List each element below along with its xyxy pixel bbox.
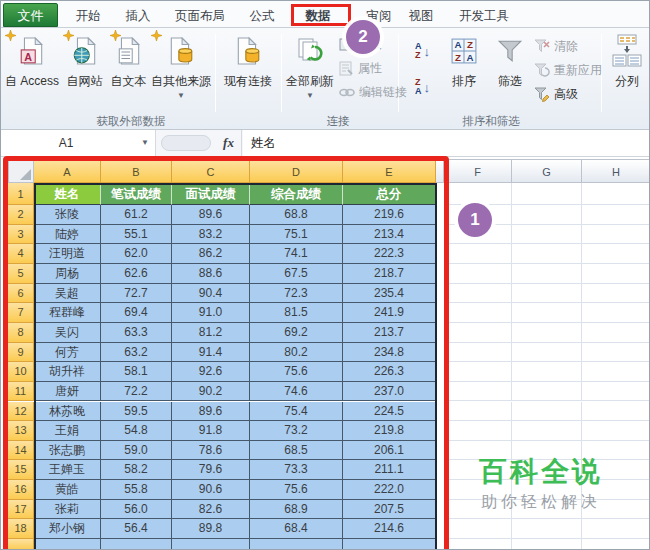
row-header-1[interactable]: 1	[8, 183, 34, 205]
cell[interactable]	[512, 362, 582, 382]
cell[interactable]: 207.5	[343, 500, 436, 520]
from-other-sources-button[interactable]: 自其他来源 ▼	[149, 32, 213, 100]
cell[interactable]: 90.4	[172, 284, 250, 304]
cell[interactable]	[444, 323, 512, 343]
from-web-button[interactable]: 自网站	[61, 32, 108, 90]
reapply-filter-button[interactable]: 重新应用	[534, 62, 602, 79]
column-header-G[interactable]: G	[512, 159, 582, 183]
cell[interactable]: 211.1	[343, 460, 436, 480]
cell[interactable]	[444, 402, 512, 422]
cell[interactable]	[512, 480, 582, 500]
cell[interactable]	[343, 539, 436, 550]
cell[interactable]	[250, 539, 343, 550]
cell[interactable]: 214.6	[343, 519, 436, 539]
cell[interactable]: 68.5	[250, 441, 343, 461]
cell[interactable]	[512, 460, 582, 480]
cell[interactable]: 75.1	[250, 225, 343, 245]
cell[interactable]	[582, 205, 650, 225]
cell[interactable]	[582, 382, 650, 402]
cell[interactable]: 75.4	[250, 402, 343, 422]
cell[interactable]	[582, 264, 650, 284]
tab-insert[interactable]: 插入	[115, 5, 161, 27]
cell[interactable]: 61.2	[101, 205, 172, 225]
cell[interactable]: 汪明道	[34, 244, 101, 264]
cell[interactable]: 213.4	[343, 225, 436, 245]
cell[interactable]: 陆婷	[34, 225, 101, 245]
cell[interactable]: 黄皓	[34, 480, 101, 500]
cell[interactable]: 69.4	[101, 303, 172, 323]
cell[interactable]: 235.4	[343, 284, 436, 304]
cell[interactable]	[512, 303, 582, 323]
cell[interactable]: 68.8	[250, 205, 343, 225]
cell[interactable]: 90.2	[172, 382, 250, 402]
cell[interactable]: 程群峰	[34, 303, 101, 323]
table-header-cell[interactable]: 姓名	[34, 183, 101, 205]
cell[interactable]: 213.7	[343, 323, 436, 343]
cell[interactable]: 72.3	[250, 284, 343, 304]
existing-connections-button[interactable]: 现有连接	[219, 32, 277, 90]
advanced-filter-button[interactable]: 高级	[534, 86, 578, 103]
cell[interactable]	[582, 343, 650, 363]
column-header-gap[interactable]	[436, 159, 444, 183]
cell[interactable]: 237.0	[343, 382, 436, 402]
cell[interactable]	[512, 323, 582, 343]
cell[interactable]	[582, 284, 650, 304]
cell[interactable]	[582, 323, 650, 343]
cell[interactable]: 69.2	[250, 323, 343, 343]
refresh-all-button[interactable]: 全部刷新 ▼	[284, 32, 336, 100]
cell[interactable]	[582, 244, 650, 264]
cell[interactable]: 86.2	[172, 244, 250, 264]
cell[interactable]	[444, 264, 512, 284]
cell[interactable]: 59.0	[101, 441, 172, 461]
from-access-button[interactable]: A 自 Access	[3, 32, 61, 90]
cell[interactable]: 90.6	[172, 480, 250, 500]
cell[interactable]: 89.8	[172, 519, 250, 539]
cell[interactable]: 张陵	[34, 205, 101, 225]
cell[interactable]: 88.6	[172, 264, 250, 284]
cell[interactable]: 郑小钢	[34, 519, 101, 539]
cell[interactable]: 56.0	[101, 500, 172, 520]
cell[interactable]: 75.6	[250, 362, 343, 382]
row-header-15[interactable]: 15	[8, 460, 34, 480]
cell[interactable]: 222.0	[343, 480, 436, 500]
row-header-17[interactable]: 17	[8, 500, 34, 520]
row-header-6[interactable]: 6	[8, 284, 34, 304]
cell[interactable]: 63.3	[101, 323, 172, 343]
sort-ascending-button[interactable]: AZ ↓	[415, 42, 430, 60]
cell[interactable]	[512, 519, 582, 539]
cell[interactable]: 82.6	[172, 500, 250, 520]
tab-page-layout[interactable]: 页面布局	[164, 5, 236, 27]
cell[interactable]	[582, 500, 650, 520]
cell[interactable]: 219.8	[343, 421, 436, 441]
cell[interactable]: 92.6	[172, 362, 250, 382]
cell[interactable]: 234.8	[343, 343, 436, 363]
cell[interactable]	[582, 362, 650, 382]
cell[interactable]: 何芳	[34, 343, 101, 363]
cell[interactable]	[582, 303, 650, 323]
cell[interactable]	[512, 539, 582, 550]
filter-button[interactable]: 筛选	[489, 32, 531, 90]
cell[interactable]: 62.0	[101, 244, 172, 264]
cell[interactable]: 63.2	[101, 343, 172, 363]
cell[interactable]	[444, 519, 512, 539]
insert-function-icon[interactable]: fx	[216, 130, 242, 156]
cell[interactable]: 79.6	[172, 460, 250, 480]
cell[interactable]	[444, 421, 512, 441]
table-header-cell[interactable]: 总分	[343, 183, 436, 205]
cell[interactable]: 73.2	[250, 421, 343, 441]
cell[interactable]	[582, 441, 650, 461]
row-header-8[interactable]: 8	[8, 323, 34, 343]
cell[interactable]	[444, 244, 512, 264]
cell[interactable]: 89.6	[172, 205, 250, 225]
cell[interactable]	[582, 225, 650, 245]
cell[interactable]	[512, 244, 582, 264]
cell[interactable]	[512, 402, 582, 422]
cell[interactable]: 王婵玉	[34, 460, 101, 480]
cell[interactable]	[172, 539, 250, 550]
column-header-H[interactable]: H	[582, 159, 650, 183]
cell[interactable]: 206.1	[343, 441, 436, 461]
cell[interactable]: 78.6	[172, 441, 250, 461]
cell[interactable]	[444, 343, 512, 363]
cell[interactable]: 80.2	[250, 343, 343, 363]
edit-links-button[interactable]: 编辑链接	[339, 84, 407, 101]
